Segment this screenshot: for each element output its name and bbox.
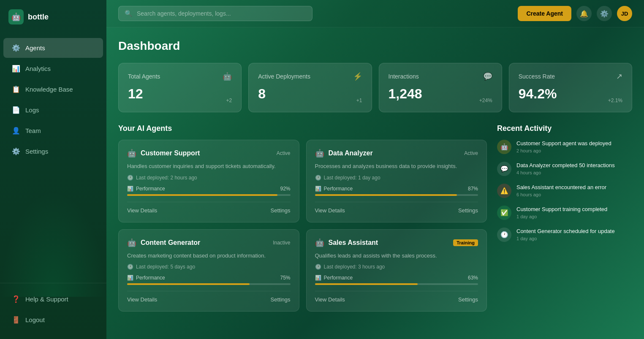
perf-label-2: 📊 Performance xyxy=(127,275,165,281)
clock-icon-2: 🕐 xyxy=(127,264,133,270)
perf-bar-fill-0 xyxy=(127,194,277,196)
search-input[interactable] xyxy=(137,10,306,17)
help-icon: ❓ xyxy=(12,295,20,303)
agent-deploy-2: 🕐 Last deployed: 5 days ago xyxy=(127,264,291,270)
chart-icon-0: 📊 xyxy=(127,186,133,192)
activity-time-0: 2 hours ago xyxy=(516,148,611,153)
logout-icon: 🚪 xyxy=(12,316,20,324)
perf-label-0: 📊 Performance xyxy=(127,186,165,192)
activity-time-1: 4 hours ago xyxy=(516,170,615,175)
header: 🔍 Create Agent 🔔 ⚙️ JD xyxy=(106,0,644,27)
agent-status-3: Training xyxy=(453,239,478,246)
perf-pct-3: 63% xyxy=(468,275,478,281)
settings-btn-3[interactable]: Settings xyxy=(458,296,478,303)
view-details-btn-0[interactable]: View Details xyxy=(127,207,157,214)
notifications-button[interactable]: 🔔 xyxy=(576,6,592,21)
agents-icon: ⚙️ xyxy=(12,44,20,52)
activity-text-1: Data Analyzer completed 50 interactions xyxy=(516,162,615,169)
chart-icon-1: 📊 xyxy=(315,186,321,192)
stat-value-1: 8 xyxy=(258,86,266,102)
agent-name-1: Data Analyzer xyxy=(329,149,373,157)
activity-time-4: 1 day ago xyxy=(516,236,615,241)
sidebar-nav: ⚙️ Agents📊 Analytics📋 Knowledge Base📄 Lo… xyxy=(0,34,106,283)
perf-pct-2: 75% xyxy=(280,275,290,281)
activity-list: 🤖 Customer Support agent was deployed 2 … xyxy=(497,140,632,242)
view-details-btn-1[interactable]: View Details xyxy=(315,207,345,214)
agents-section-title: Your AI Agents xyxy=(118,124,487,133)
stat-card-3: Success Rate ↗ 94.2% +2.1% xyxy=(509,63,632,112)
page-title: Dashboard xyxy=(118,39,632,53)
sidebar-item-knowledge-base[interactable]: 📋 Knowledge Base xyxy=(3,79,103,99)
app-logo[interactable]: 🤖 bottle xyxy=(0,0,106,34)
sidebar-item-settings[interactable]: ⚙️ Settings xyxy=(3,141,103,161)
activity-section: Recent Activity 🤖 Customer Support agent… xyxy=(497,124,632,312)
settings-button[interactable]: ⚙️ xyxy=(597,6,612,21)
agent-deploy-3: 🕐 Last deployed: 3 hours ago xyxy=(315,264,478,270)
agent-card-1: 🤖 Data Analyzer Active Processes and ana… xyxy=(306,140,487,222)
activity-item-4: 🕐 Content Generator scheduled for update… xyxy=(497,228,632,242)
agent-card-3: 🤖 Sales Assistant Training Qualifies lea… xyxy=(306,229,487,312)
sidebar-label-help: Help & Support xyxy=(25,296,68,303)
search-icon: 🔍 xyxy=(125,10,133,17)
sidebar-label-team: Team xyxy=(25,127,41,134)
stat-card-1: Active Deployments ⚡ 8 +1 xyxy=(248,63,372,112)
sidebar-item-help[interactable]: ❓ Help & Support xyxy=(3,289,103,309)
agent-status-2: Inactive xyxy=(273,240,290,246)
stat-change-2: +24% xyxy=(479,98,492,103)
create-agent-button[interactable]: Create Agent xyxy=(518,6,571,21)
analytics-icon: 📊 xyxy=(12,65,20,73)
logs-icon: 📄 xyxy=(12,106,20,114)
perf-bar-bg-1 xyxy=(315,194,478,196)
avatar[interactable]: JD xyxy=(617,6,632,21)
stat-header-3: Success Rate ↗ xyxy=(519,72,622,81)
agent-name-2: Content Generator xyxy=(141,239,200,247)
agent-icon-2: 🤖 xyxy=(127,238,136,247)
sidebar-item-logout[interactable]: 🚪 Logout xyxy=(3,310,103,330)
app-name: bottle xyxy=(28,13,49,22)
chart-icon-3: 📊 xyxy=(315,275,321,281)
activity-icon-4: 🕐 xyxy=(497,228,511,242)
sidebar-label-knowledge-base: Knowledge Base xyxy=(25,86,73,93)
stat-change-1: +1 xyxy=(356,98,362,103)
stat-icon-1: ⚡ xyxy=(353,72,362,81)
sidebar-label-analytics: Analytics xyxy=(25,65,51,72)
stat-label-1: Active Deployments xyxy=(258,73,310,80)
stat-value-2: 1,248 xyxy=(389,86,422,102)
perf-pct-1: 87% xyxy=(468,186,478,192)
view-details-btn-2[interactable]: View Details xyxy=(127,296,157,303)
agent-status-0: Active xyxy=(277,150,291,156)
perf-label-1: 📊 Performance xyxy=(315,186,353,192)
activity-item-3: ✅ Customer Support training completed 1 … xyxy=(497,206,632,220)
perf-bar-fill-1 xyxy=(315,194,457,196)
sidebar-item-logs[interactable]: 📄 Logs xyxy=(3,100,103,120)
view-details-btn-3[interactable]: View Details xyxy=(315,296,345,303)
activity-section-title: Recent Activity xyxy=(497,124,632,133)
activity-item-2: ⚠️ Sales Assistant encountered an error … xyxy=(497,184,632,198)
sidebar-bottom: ❓ Help & Support🚪 Logout xyxy=(0,283,106,339)
activity-text-2: Sales Assistant encountered an error xyxy=(516,184,606,191)
stat-header-0: Total Agents 🤖 xyxy=(128,72,232,81)
search-bar[interactable]: 🔍 xyxy=(118,6,312,21)
activity-icon-3: ✅ xyxy=(497,206,511,220)
stats-grid: Total Agents 🤖 12 +2 Active Deployments … xyxy=(118,63,632,112)
sidebar-label-logs: Logs xyxy=(25,106,39,114)
settings-btn-1[interactable]: Settings xyxy=(458,207,478,214)
agents-grid: 🤖 Customer Support Active Handles custom… xyxy=(118,140,487,312)
settings-btn-2[interactable]: Settings xyxy=(271,296,291,303)
agent-icon-1: 🤖 xyxy=(315,149,324,158)
main-area: 🔍 Create Agent 🔔 ⚙️ JD Dashboard Total A… xyxy=(106,0,644,339)
activity-text-0: Customer Support agent was deployed xyxy=(516,140,611,147)
settings-btn-0[interactable]: Settings xyxy=(271,207,291,214)
activity-time-2: 6 hours ago xyxy=(516,192,606,197)
sidebar-item-agents[interactable]: ⚙️ Agents xyxy=(3,38,103,58)
sidebar-item-team[interactable]: 👤 Team xyxy=(3,121,103,141)
stat-header-2: Interactions 💬 xyxy=(389,72,492,81)
stat-label-0: Total Agents xyxy=(128,73,160,80)
perf-bar-fill-2 xyxy=(127,283,250,285)
agent-name-0: Customer Support xyxy=(141,149,200,157)
stat-card-2: Interactions 💬 1,248 +24% xyxy=(379,63,502,112)
agent-card-2: 🤖 Content Generator Inactive Creates mar… xyxy=(118,229,299,312)
sidebar-item-analytics[interactable]: 📊 Analytics xyxy=(3,59,103,79)
agents-section: Your AI Agents 🤖 Customer Support Active… xyxy=(118,124,487,312)
stat-change-0: +2 xyxy=(226,98,232,103)
